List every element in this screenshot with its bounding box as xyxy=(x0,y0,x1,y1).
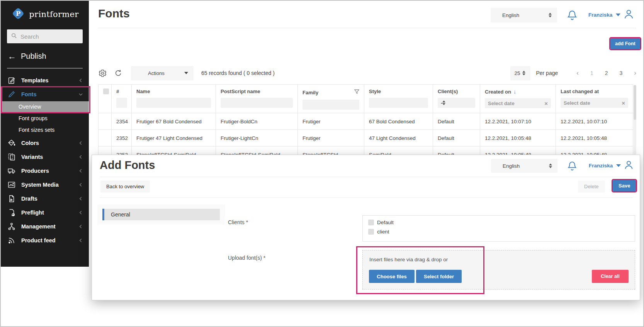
filter-funnel-icon[interactable] xyxy=(353,89,360,96)
column-label: Created on↓ xyxy=(485,89,556,95)
cell-name: Frutiger 47 Light Condensed xyxy=(132,130,216,146)
sidebar-item-drafts[interactable]: Drafts xyxy=(1,192,89,206)
table-row[interactable]: 2352Frutiger 47 Light CondensedFrutiger-… xyxy=(99,130,633,146)
column-header-id: # xyxy=(112,85,132,113)
filter-input-postscript[interactable] xyxy=(221,98,293,108)
sidebar-item-colors[interactable]: Colors xyxy=(1,136,89,150)
choose-files-button[interactable]: Choose files xyxy=(369,270,415,283)
column-label-text: Style xyxy=(369,89,381,94)
notifications-bell-icon[interactable] xyxy=(567,160,578,173)
language-value: English xyxy=(503,163,549,169)
delete-button[interactable]: Delete xyxy=(578,181,605,192)
pager-page-3[interactable]: 3 xyxy=(620,70,623,76)
modal-tabs-panel: General xyxy=(97,204,225,225)
filter-input-family[interactable] xyxy=(302,100,359,110)
sidebar-subitem-font-groups[interactable]: Font groups xyxy=(1,113,89,124)
notifications-bell-icon[interactable] xyxy=(566,9,578,23)
client-option-client: client xyxy=(368,229,629,235)
app-window: P printformer ← Publish TemplatesFontsOv… xyxy=(0,0,644,327)
table-row[interactable]: 2354Frutiger 67 Bold CondensedFrutiger-B… xyxy=(99,113,633,130)
add-font-button[interactable]: add Font xyxy=(610,38,640,49)
pager-page-2[interactable]: 2 xyxy=(605,70,608,76)
filter-select-clients[interactable]: - xyxy=(438,98,475,108)
save-button[interactable]: Save xyxy=(613,180,636,191)
chevron-left-icon xyxy=(78,224,83,229)
column-label: Family xyxy=(302,89,364,96)
client-checkbox[interactable] xyxy=(368,229,374,235)
pencil-icon xyxy=(7,90,16,99)
sidebar-item-label: Fonts xyxy=(21,91,73,97)
sort-desc-icon[interactable]: ↓ xyxy=(513,89,516,95)
language-value: English xyxy=(502,12,549,18)
tab-general[interactable]: General xyxy=(102,209,220,220)
sidebar-item-preflight[interactable]: Preflight xyxy=(1,206,89,220)
refresh-icon[interactable] xyxy=(114,69,122,77)
records-count: 65 records found ( 0 selected ) xyxy=(201,70,275,76)
user-caret-icon[interactable] xyxy=(616,14,620,16)
sidebar-nav: TemplatesFontsOverviewFont groupsFont si… xyxy=(1,73,89,247)
column-label-text: PostScript name xyxy=(221,89,260,94)
cell-clients: Default xyxy=(433,113,480,130)
printformer-logo[interactable]: P printformer xyxy=(1,1,89,22)
select-arrows-icon xyxy=(522,71,525,75)
client-checkbox[interactable] xyxy=(368,220,374,225)
chevron-left-icon xyxy=(78,238,83,243)
table-scrollbar[interactable] xyxy=(634,85,636,155)
column-label: Client(s) xyxy=(438,89,480,94)
doc-check-icon xyxy=(7,208,16,217)
chevron-left-icon xyxy=(78,210,83,215)
pager-prev-icon[interactable]: ‹ xyxy=(576,69,579,77)
back-to-publish[interactable]: ← Publish xyxy=(8,52,46,61)
sidebar-item-product-feed[interactable]: Product feed xyxy=(1,233,89,247)
upload-dropzone[interactable]: Insert files here via drag & drop or Cho… xyxy=(362,250,635,290)
sidebar-subitem-font-sizes-sets[interactable]: Font sizes sets xyxy=(1,124,89,135)
sidebar-item-fonts[interactable]: Fonts xyxy=(1,87,89,101)
clear-date-icon[interactable]: × xyxy=(544,100,548,107)
sidebar-item-templates[interactable]: Templates xyxy=(1,73,89,87)
paint-bucket-icon xyxy=(7,139,16,147)
user-menu[interactable]: Franziska xyxy=(589,163,613,169)
date-filter-changed[interactable]: Select date× xyxy=(561,98,628,108)
gear-icon[interactable] xyxy=(98,69,107,78)
date-filter-created[interactable]: Select date× xyxy=(485,98,551,108)
pager-page-1[interactable]: 1 xyxy=(590,70,593,76)
fonts-table: #NamePostScript nameFamilyStyleClient(s)… xyxy=(98,84,633,163)
user-menu[interactable]: Franziska xyxy=(588,12,612,18)
org-nodes-icon xyxy=(7,222,16,231)
select-all-checkbox[interactable] xyxy=(103,89,109,94)
column-header-postscript: PostScript name xyxy=(216,85,298,113)
sidebar-search[interactable] xyxy=(7,29,83,43)
filter-input-name[interactable] xyxy=(136,98,211,108)
per-page-select[interactable]: 25 xyxy=(510,66,530,80)
column-label-text: Last changed at xyxy=(561,89,599,94)
language-select[interactable]: English xyxy=(491,8,557,22)
sidebar-item-variants[interactable]: Variants xyxy=(1,150,89,164)
clear-all-button[interactable]: Clear all xyxy=(592,270,629,283)
pdf-file-icon xyxy=(7,194,16,203)
actions-dropdown[interactable]: Actions xyxy=(131,66,194,80)
user-avatar-icon[interactable] xyxy=(623,8,635,22)
pager-next-icon[interactable]: › xyxy=(634,69,636,77)
column-header-clients: Client(s)- xyxy=(433,85,480,113)
sidebar-item-label: Preflight xyxy=(21,209,73,216)
cell-family: Frutiger xyxy=(298,130,364,146)
sidebar-item-system-media[interactable]: System Media xyxy=(1,178,89,192)
clear-date-icon[interactable]: × xyxy=(622,100,625,106)
sidebar-item-management[interactable]: Management xyxy=(1,220,89,233)
back-to-overview-button[interactable]: Back to overview xyxy=(100,181,150,192)
tab-general-label: General xyxy=(111,211,130,218)
feed-icon xyxy=(7,236,16,245)
sidebar-item-producers[interactable]: Producers xyxy=(1,164,89,178)
user-caret-icon[interactable] xyxy=(616,164,621,167)
select-folder-button[interactable]: Select folder xyxy=(416,270,462,283)
sidebar-item-label: Product feed xyxy=(21,237,73,244)
filter-input-style[interactable] xyxy=(369,98,428,108)
language-select[interactable]: English xyxy=(491,159,557,173)
copies-icon xyxy=(7,153,16,161)
svg-text:P: P xyxy=(16,10,20,17)
user-avatar-icon[interactable] xyxy=(623,159,634,172)
search-input[interactable] xyxy=(20,33,79,40)
sidebar-subitem-overview[interactable]: Overview xyxy=(1,101,89,112)
table-toolbar: Actions 65 records found ( 0 selected ) … xyxy=(98,66,636,80)
filter-input-id[interactable] xyxy=(116,98,127,108)
